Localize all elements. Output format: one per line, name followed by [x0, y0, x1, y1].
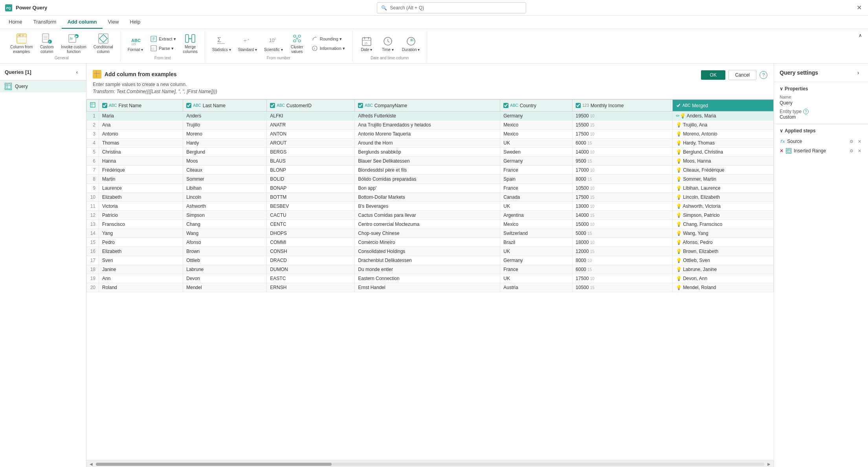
duration-button[interactable]: Duration ▾: [400, 35, 422, 53]
cancel-button[interactable]: Cancel: [729, 70, 756, 80]
country-checkbox[interactable]: [503, 103, 508, 108]
scientific-label: Scientific ▾: [264, 48, 283, 52]
scroll-left-button[interactable]: ◀: [88, 461, 94, 467]
conditional-column-button[interactable]: Conditionalcolumn: [91, 32, 116, 55]
table-row[interactable]: 9LaurenceLibihanBONAPBon app'France10500…: [87, 184, 774, 193]
monthly-income-header[interactable]: 123 Monthly Income: [573, 100, 673, 112]
ribbon-collapse-button[interactable]: ∧: [855, 31, 865, 40]
table-header-row: ABC First Name ABC Last Name: [87, 100, 774, 112]
table-row[interactable]: 14YangWangDHOPSChop-suey ChineseSwitzerl…: [87, 229, 774, 238]
standard-button[interactable]: ÷ × Standard ▾: [236, 35, 259, 53]
rounding-button[interactable]: Rounding ▾: [309, 35, 347, 43]
close-button[interactable]: ✕: [855, 4, 863, 12]
table-cell: Alfreds Futterkiste: [355, 112, 500, 121]
step-inserted-range-delete-icon[interactable]: ✕: [856, 148, 862, 154]
table-row[interactable]: 7FrédériqueCiteauxBLONPBlondesddsl père …: [87, 166, 774, 175]
table-cell: Moos: [183, 157, 267, 166]
cluster-button[interactable]: Clustervalues: [288, 32, 306, 55]
format-button[interactable]: ABC 123 Format ▾: [125, 35, 145, 53]
table-row[interactable]: 8MartinSommerBOLIDBólido Comidas prepara…: [87, 175, 774, 184]
parse-button[interactable]: { } Parse ▾: [148, 44, 178, 53]
table-row[interactable]: 5ChristinaBerglundBERGSBerglunds snabbkö…: [87, 148, 774, 157]
step-source-delete-icon[interactable]: ✕: [856, 138, 862, 145]
invoke-custom-button[interactable]: fx ▶ Invoke customfunction: [59, 32, 88, 55]
information-button[interactable]: i Information ▾: [309, 44, 347, 53]
date-icon: 15: [361, 36, 372, 47]
query-table-icon: [5, 83, 12, 90]
country-header[interactable]: ABC Country: [500, 100, 573, 112]
data-table-container[interactable]: ABC First Name ABC Last Name: [86, 99, 774, 460]
tab-view[interactable]: View: [103, 16, 125, 29]
step-inserted-range-settings-icon[interactable]: ⚙: [848, 148, 855, 154]
table-cell: CONSH: [267, 247, 355, 256]
table-row[interactable]: 15PedroAfonsoCOMMIComércio MineiroBrazil…: [87, 238, 774, 247]
parse-icon: { }: [150, 45, 157, 52]
last-name-header[interactable]: ABC Last Name: [183, 100, 267, 112]
table-row[interactable]: 3AntonioMorenoANTONAntonio Moreno Taquer…: [87, 130, 774, 139]
tab-add-column[interactable]: Add column: [62, 16, 102, 29]
time-button[interactable]: Time ▾: [378, 35, 397, 53]
right-panel-expand-button[interactable]: ›: [854, 68, 862, 77]
table-row[interactable]: 10ElizabethLincolnBOTTMBottom-Dollar Mar…: [87, 193, 774, 202]
table-row[interactable]: 11VictoriaAshworthBESBEVB's BeveragesUK1…: [87, 202, 774, 211]
extract-button[interactable]: Extract ▾: [148, 35, 178, 43]
step-inserted-range[interactable]: ✕ Inserted Range ⚙ ✕: [780, 146, 862, 156]
table-cell: Argentina: [500, 211, 573, 220]
company-name-header[interactable]: ABC CompanyName: [355, 100, 500, 112]
scroll-track[interactable]: [96, 463, 764, 466]
tab-home[interactable]: Home: [3, 16, 28, 29]
table-cell: DRACD: [267, 256, 355, 265]
properties-label: Properties: [785, 86, 808, 92]
svg-text:{ }: { }: [152, 47, 154, 50]
table-row[interactable]: 2AnaTrujilloANATRAna Trujillo Emaredados…: [87, 121, 774, 130]
search-box[interactable]: 🔍 Search (Alt + Q): [377, 2, 526, 13]
tab-help[interactable]: Help: [125, 16, 146, 29]
horizontal-scrollbar[interactable]: ◀ ▶: [86, 460, 774, 467]
column-from-examples-button[interactable]: AB 12 Column fromexamples: [8, 32, 35, 55]
entity-type-help-icon[interactable]: ?: [803, 109, 809, 114]
invoke-custom-icon: fx ▶: [68, 33, 79, 44]
step-source[interactable]: fx Source ⚙ ✕: [780, 137, 862, 146]
statistics-icon: Σ: [216, 36, 227, 47]
first-name-checkbox[interactable]: [102, 103, 107, 108]
tab-transform[interactable]: Transform: [28, 16, 62, 29]
table-cell: Anders: [183, 112, 267, 121]
customer-id-checkbox[interactable]: [270, 103, 275, 108]
table-cell: France: [500, 265, 573, 274]
table-row[interactable]: 20RolandMendelERNSHErnst HandelAustria10…: [87, 283, 774, 292]
table-row[interactable]: 12PatricioSimpsonCACTUCactus Comidas par…: [87, 211, 774, 220]
merged-header[interactable]: ABC Merged: [672, 100, 773, 112]
help-button[interactable]: ?: [760, 71, 767, 79]
table-row[interactable]: 18JanineLabruneDUMONDu monde entierFranc…: [87, 265, 774, 274]
date-button[interactable]: 15 Date ▾: [357, 35, 376, 53]
ok-button[interactable]: OK: [701, 70, 725, 80]
monthly-income-checkbox[interactable]: [576, 103, 581, 108]
merged-checkbox[interactable]: [676, 103, 681, 108]
scroll-thumb[interactable]: [96, 463, 332, 466]
customer-id-header[interactable]: ABC CustomerID: [267, 100, 355, 112]
table-row[interactable]: 19AnnDevonEASTCEastern ConnectionUK17500…: [87, 274, 774, 283]
scientific-button[interactable]: 10 2 Scientific ▾: [262, 35, 285, 53]
first-name-header[interactable]: ABC First Name: [99, 100, 183, 112]
statistics-button[interactable]: Σ Statistics ▾: [210, 35, 233, 53]
edit-icon[interactable]: ✏: [676, 113, 680, 119]
table-row[interactable]: 17SvenOttliebDRACDDrachenblut Delikatess…: [87, 256, 774, 265]
table-row[interactable]: 16ElizabethBrownCONSHConsolidated Holdin…: [87, 247, 774, 256]
sidebar-item-query[interactable]: Query: [0, 81, 86, 92]
merge-columns-button[interactable]: + Mergecolumns: [181, 32, 200, 55]
table-cell: AROUT: [267, 139, 355, 148]
table-row[interactable]: 13FransciscoChangCENTCCentro comercial M…: [87, 220, 774, 229]
table-cell: Ottlieb: [183, 256, 267, 265]
table-row[interactable]: 4ThomasHardyAROUTAround the HornUK6000 1…: [87, 139, 774, 148]
custom-column-button[interactable]: f Customcolumn: [37, 32, 56, 55]
company-name-checkbox[interactable]: [358, 103, 363, 108]
scroll-right-button[interactable]: ▶: [766, 461, 772, 467]
table-row[interactable]: 6HannaMoosBLAUSBlauer See DelikatessenGe…: [87, 157, 774, 166]
table-row[interactable]: 1MariaAndersALFKIAlfreds FutterkisteGerm…: [87, 112, 774, 121]
row-number-cell: 13: [87, 220, 99, 229]
sidebar-collapse-button[interactable]: ‹: [73, 68, 81, 76]
last-name-checkbox[interactable]: [186, 103, 191, 108]
step-source-settings-icon[interactable]: ⚙: [848, 138, 855, 145]
table-cell: 💡 Brown, Elizabeth: [672, 247, 773, 256]
merged-value: Hardy, Thomas: [683, 140, 715, 146]
